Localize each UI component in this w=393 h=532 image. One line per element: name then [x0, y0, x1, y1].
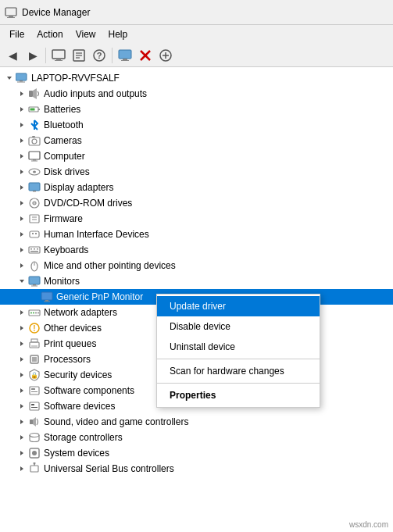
- tree-item-keyboards[interactable]: Keyboards: [0, 242, 393, 258]
- expand-btn-securitydevices[interactable]: [16, 369, 28, 381]
- expand-btn-softwarecomponents[interactable]: [16, 384, 28, 397]
- item-icon-computer: [28, 150, 41, 162]
- item-label-firmware: Firmware: [44, 213, 83, 224]
- svg-point-49: [34, 202, 35, 204]
- expand-btn-mice[interactable]: [16, 259, 28, 272]
- item-icon-securitydevices: 🔒: [28, 369, 41, 381]
- expand-btn-cameras[interactable]: [16, 134, 28, 147]
- ctx-item-uninstall-device[interactable]: Uninstall device: [157, 337, 320, 357]
- svg-marker-36: [20, 154, 23, 159]
- toolbar: ◀ ▶ ?: [0, 44, 393, 67]
- expand-btn-netadapters[interactable]: [16, 306, 28, 319]
- svg-rect-95: [31, 391, 38, 392]
- tree-item-diskdrives[interactable]: Disk drives: [0, 164, 393, 180]
- svg-marker-20: [7, 77, 12, 80]
- tree-item-sound[interactable]: Sound, video and game controllers: [0, 414, 393, 430]
- menu-item-help[interactable]: Help: [102, 27, 134, 41]
- tree-item-bluetooth[interactable]: Bluetooth: [0, 117, 393, 133]
- svg-rect-21: [16, 73, 27, 80]
- item-label-laptop: LAPTOP-RVVFSALF: [31, 73, 120, 84]
- svg-point-107: [32, 451, 37, 455]
- tree-item-mice[interactable]: Mice and other pointing devices: [0, 258, 393, 273]
- expand-btn-display[interactable]: [16, 181, 28, 194]
- expand-btn-batteries[interactable]: [16, 103, 28, 116]
- expand-btn-monitors[interactable]: [16, 275, 28, 287]
- expand-btn-printqueues[interactable]: [16, 337, 28, 350]
- item-icon-hid: [28, 228, 41, 241]
- expand-btn-diskdrives[interactable]: [16, 166, 28, 178]
- ctx-item-properties[interactable]: Properties: [157, 385, 320, 405]
- svg-rect-39: [31, 161, 38, 162]
- tree-item-display[interactable]: Display adapters: [0, 180, 393, 195]
- ctx-item-disable-device[interactable]: Disable device: [157, 316, 320, 337]
- svg-rect-60: [30, 248, 32, 250]
- tree-item-hid[interactable]: Human Interface Devices: [0, 227, 393, 242]
- expand-btn-usbcontrollers[interactable]: [16, 462, 28, 475]
- svg-marker-43: [20, 185, 23, 190]
- tree-item-computer[interactable]: Computer: [0, 148, 393, 164]
- menu-item-file[interactable]: File: [3, 27, 30, 41]
- item-icon-sound: [28, 416, 41, 428]
- ctx-item-update-driver[interactable]: Update driver: [157, 296, 320, 316]
- help-button[interactable]: ?: [90, 46, 109, 65]
- expand-btn-systemdevices[interactable]: [16, 447, 28, 459]
- item-label-mice: Mice and other pointing devices: [44, 260, 176, 271]
- item-label-otherdevices: Other devices: [44, 323, 102, 334]
- item-icon-systemdevices: [28, 447, 41, 459]
- svg-point-79: [38, 312, 39, 314]
- expand-btn-sound[interactable]: [16, 416, 28, 428]
- expand-btn-computer[interactable]: [16, 150, 28, 162]
- menu-item-action[interactable]: Action: [30, 27, 69, 41]
- item-icon-laptop: [16, 72, 28, 84]
- expand-btn-processors[interactable]: [16, 353, 28, 366]
- tree-item-systemdevices[interactable]: System devices: [0, 445, 393, 461]
- ctx-separator: [157, 359, 320, 359]
- forward-button[interactable]: ▶: [23, 46, 42, 65]
- item-icon-cameras: [28, 134, 41, 147]
- tree-item-usbcontrollers[interactable]: Universal Serial Bus controllers: [0, 461, 393, 477]
- item-icon-bluetooth: [28, 119, 41, 131]
- svg-rect-101: [30, 420, 33, 424]
- tree-item-laptop[interactable]: LAPTOP-RVVFSALF: [0, 70, 393, 86]
- menu-item-view[interactable]: View: [70, 27, 102, 41]
- refresh-button[interactable]: [116, 46, 134, 65]
- svg-text:!: !: [33, 324, 35, 333]
- tree-item-cameras[interactable]: Cameras: [0, 133, 393, 148]
- expand-btn-keyboards[interactable]: [16, 244, 28, 256]
- item-label-systemdevices: System devices: [44, 448, 109, 459]
- tree-item-batteries[interactable]: Batteries: [0, 102, 393, 117]
- tree-item-dvd[interactable]: DVD/CD-ROM drives: [0, 195, 393, 211]
- tree-item-monitors[interactable]: Monitors: [0, 273, 393, 289]
- expand-btn-audio[interactable]: [16, 87, 28, 100]
- expand-btn-otherdevices[interactable]: [16, 322, 28, 334]
- item-icon-processors: [28, 353, 41, 366]
- item-label-securitydevices: Security devices: [44, 370, 112, 380]
- item-icon-softwaredevices: [28, 400, 41, 412]
- expand-btn-softwaredevices[interactable]: [16, 400, 28, 412]
- expand-btn-genericpnp[interactable]: [28, 291, 41, 303]
- ctx-item-scan-hardware[interactable]: Scan for hardware changes: [157, 361, 320, 381]
- svg-rect-72: [45, 300, 48, 302]
- uninstall-button[interactable]: [136, 46, 155, 65]
- expand-btn-bluetooth[interactable]: [16, 119, 28, 131]
- back-button[interactable]: ◀: [3, 46, 22, 65]
- tree-item-firmware[interactable]: Firmware: [0, 211, 393, 227]
- computer-button[interactable]: [49, 46, 68, 65]
- svg-point-104: [30, 434, 39, 437]
- properties-button[interactable]: [70, 46, 88, 65]
- expand-btn-firmware[interactable]: [16, 212, 28, 225]
- svg-rect-22: [20, 80, 23, 82]
- svg-marker-108: [20, 466, 23, 471]
- svg-marker-92: [20, 388, 23, 393]
- tree-item-storage[interactable]: Storage controllers: [0, 430, 393, 445]
- toolbar-separator-2: [112, 48, 113, 63]
- item-icon-storage: [28, 431, 41, 444]
- svg-rect-3: [52, 50, 65, 59]
- scan-button[interactable]: [156, 46, 175, 65]
- expand-btn-storage[interactable]: [16, 431, 28, 444]
- svg-rect-55: [30, 231, 39, 237]
- expand-btn-hid[interactable]: [16, 228, 28, 241]
- expand-btn-dvd[interactable]: [16, 197, 28, 209]
- tree-item-audio[interactable]: Audio inputs and outputs: [0, 86, 393, 102]
- expand-btn-laptop[interactable]: [3, 72, 16, 84]
